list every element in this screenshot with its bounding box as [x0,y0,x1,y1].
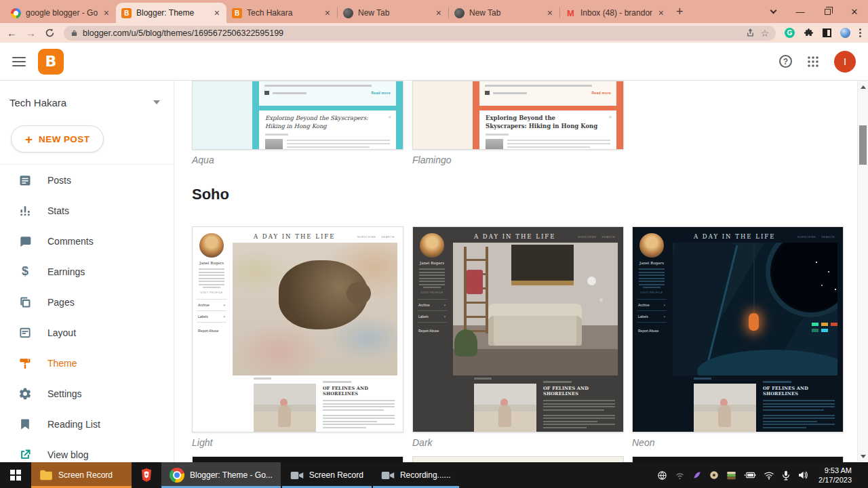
taskbar-item-brave[interactable] [133,462,160,488]
restore-button[interactable] [814,0,841,23]
mic-icon[interactable] [782,470,790,481]
taskbar-item-chrome[interactable]: Blogger: Theme - Go... [161,462,281,488]
neon-theme-preview[interactable]: A DAY IN THE LIFE SUBSCRIBESEARCH Janet … [632,226,844,432]
dark-theme-preview[interactable]: A DAY IN THE LIFE SUBSCRIBESEARCH Janet … [412,226,624,432]
tab-gmail-inbox[interactable]: M Inbox (48) - brandonh × [560,3,671,23]
feather-icon[interactable] [692,470,702,480]
comment-icon [485,91,490,95]
sidebar-item-stats[interactable]: Stats [0,195,174,226]
sidebar-item-comments[interactable]: Comments [0,226,174,256]
sidebar-item-posts[interactable]: Posts [0,165,174,195]
minimize-button[interactable]: — [787,0,814,23]
tab-close-icon[interactable]: × [546,7,554,18]
windows-logo-icon [10,470,21,481]
disc-icon[interactable] [709,470,719,480]
sidebar-item-earnings[interactable]: $ Earnings [0,256,174,287]
tab-close-icon[interactable]: × [102,7,111,18]
clock-date: 2/17/2023 [818,475,852,485]
forward-icon[interactable]: → [26,27,36,39]
theme-card-dark[interactable]: A DAY IN THE LIFE SUBSCRIBESEARCH Janet … [412,226,624,448]
tab-close-icon[interactable]: × [657,7,665,18]
battery-icon[interactable] [744,471,756,479]
preview-hero-photo [673,243,837,375]
taskbar-clock[interactable]: 9:53 AM 2/17/2023 [816,466,852,485]
sidebar-item-reading-list[interactable]: Reading List [0,409,174,439]
new-tab-favicon-icon [454,8,465,18]
tab-tech-hakara[interactable]: B Tech Hakara × [226,3,337,23]
theme-name-label: Aqua [192,155,403,165]
new-tab-button[interactable]: + [676,5,684,19]
start-button[interactable] [0,462,31,488]
scroll-up-arrow-icon[interactable] [858,82,868,92]
light-theme-preview[interactable]: A DAY IN THE LIFE SUBSCRIBESEARCH Janet … [192,226,403,432]
tab-blogger-theme[interactable]: B Blogger: Theme × [116,3,226,23]
sidebar-item-pages[interactable]: Pages [0,287,174,317]
sidebar-item-layout[interactable]: Layout [0,317,174,348]
address-bar[interactable]: blogger.com/u/5/blog/themes/169567250632… [64,26,776,41]
next-row-theme-card[interactable] [632,456,844,462]
account-avatar[interactable]: I [834,51,856,73]
theme-card-light[interactable]: A DAY IN THE LIFE SUBSCRIBESEARCH Janet … [192,226,403,448]
split-screen-extension-icon[interactable] [823,28,831,37]
tab-close-icon[interactable]: × [213,7,221,18]
new-post-button[interactable]: + NEW POST [11,125,104,152]
blog-name: Tech Hakara [9,97,66,108]
back-icon[interactable]: ← [7,27,17,39]
preview-article-title: Exploring Beyond the Skyscrapers: Hiking… [265,114,378,131]
close-window-button[interactable]: ✕ [841,0,868,23]
aqua-theme-preview[interactable]: Read more < Exploring Beyond the Skyscra… [192,81,403,150]
tab-close-icon[interactable]: × [323,7,332,18]
scrollbar-thumb[interactable] [859,125,867,165]
volume-icon[interactable] [797,470,808,480]
tab-google-blogger[interactable]: google blogger - Goo × [5,3,116,23]
blog-selector[interactable]: Tech Hakara [0,87,174,117]
theme-card-flamingo[interactable]: Read more < Exploring Beyond the Skyscra… [412,81,624,165]
sidebar-item-view-blog[interactable]: View blog [0,439,174,462]
comment-icon [264,91,269,95]
help-icon[interactable]: ? [779,55,792,68]
sidebar-item-theme[interactable]: Theme [0,348,174,378]
camcorder-icon [381,470,395,481]
tab-new-tab-1[interactable]: New Tab × [338,3,448,23]
plus-icon: + [25,133,33,146]
wifi-icon[interactable] [764,471,774,480]
next-row-theme-card[interactable] [192,456,403,462]
flamingo-theme-preview[interactable]: Read more < Exploring Beyond the Skyscra… [412,81,624,150]
bookmark-star-icon[interactable]: ☆ [760,28,769,39]
blogger-favicon-icon: B [232,8,242,18]
theme-card-aqua[interactable]: Read more < Exploring Beyond the Skyscra… [192,81,403,165]
tab-new-tab-2[interactable]: New Tab × [449,3,559,23]
sidebar-item-settings[interactable]: Settings [0,378,174,409]
extensions-puzzle-icon[interactable] [804,28,814,38]
tab-search-chevron-icon[interactable] [760,0,787,23]
taskbar-item-screen-record[interactable]: Screen Record [282,462,372,488]
tab-label: New Tab [358,8,430,18]
share-icon[interactable] [745,28,755,38]
vertical-scrollbar[interactable] [857,81,868,462]
preview-post-photo [254,384,316,432]
hamburger-menu-icon[interactable] [12,57,26,66]
grammarly-extension-icon[interactable]: G [785,28,795,38]
next-row-theme-card[interactable] [412,456,624,462]
scroll-down-arrow-icon[interactable] [858,451,868,461]
sphere-extension-icon[interactable] [840,28,850,38]
reload-icon[interactable] [45,28,55,38]
theme-card-neon[interactable]: A DAY IN THE LIFE SUBSCRIBESEARCH Janet … [632,226,844,448]
chevron-down-icon [153,100,160,104]
browser-menu-icon[interactable] [859,28,861,37]
blogger-logo[interactable]: B [38,49,64,75]
taskbar-item-recording[interactable]: Recording...... [373,462,459,488]
share-icon: < [389,115,391,119]
reading-list-bookmark-icon [18,418,32,431]
article-thumbnail [265,139,283,150]
preview-hero-photo [233,243,397,375]
stack-icon[interactable] [726,470,736,480]
tab-close-icon[interactable]: × [435,7,443,18]
globe-icon[interactable] [657,470,667,481]
taskbar-item-folder[interactable]: Screen Record [31,462,132,488]
google-apps-grid-icon[interactable] [807,56,819,68]
wifi-gray-icon[interactable] [675,471,685,480]
preview-article-title: Exploring Beyond the Skyscrapers: Hiking… [486,114,598,131]
url-text[interactable]: blogger.com/u/5/blog/themes/169567250632… [83,28,741,38]
theme-paint-roller-icon [18,357,32,370]
